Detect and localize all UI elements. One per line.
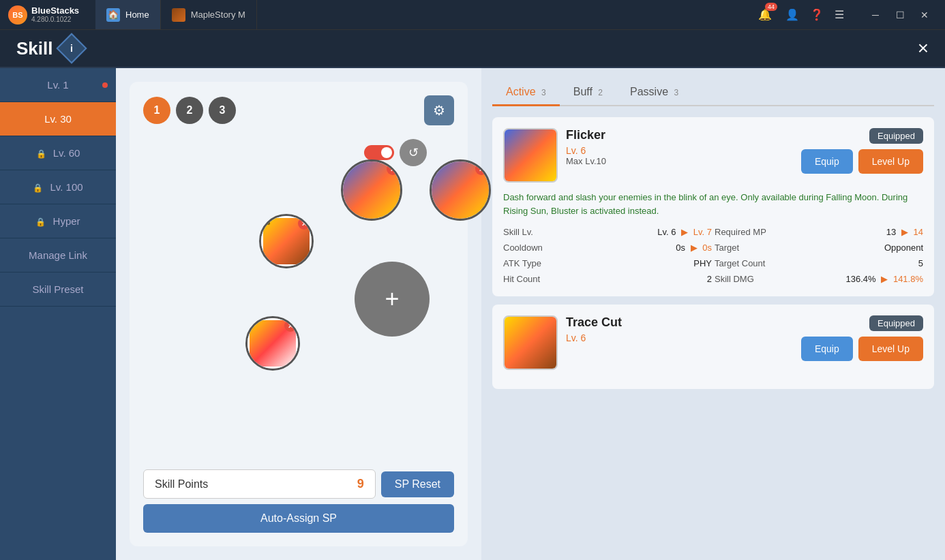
stat-required-mp: Required MP 13 ▶ 14 xyxy=(715,225,923,238)
tab-passive[interactable]: Passive 3 xyxy=(616,79,692,105)
flicker-max-lv: Max Lv.10 xyxy=(566,156,793,166)
skill-slot-3[interactable]: ✕ P xyxy=(259,214,314,268)
tab-maplestory[interactable]: MapleStory M xyxy=(161,0,257,29)
tab-home[interactable]: 🏠 Home xyxy=(95,0,161,29)
settings-button[interactable]: ⚙ xyxy=(424,95,454,125)
logo-icon: BS xyxy=(8,5,27,25)
orb-2[interactable]: 2 xyxy=(176,97,203,124)
trace-cut-icon xyxy=(503,315,558,370)
lock-icon-lv100: 🔒 xyxy=(33,183,43,193)
sp-value: 9 xyxy=(357,477,364,491)
toggle-knob xyxy=(381,147,392,158)
sidebar-dot-lv1 xyxy=(102,82,108,88)
skill-tabs: Active 3 Buff 2 Passive 3 xyxy=(492,79,934,106)
sidebar-item-manage-link[interactable]: Manage Link xyxy=(0,238,116,273)
skill-panel: 1 2 3 ⚙ ↺ ✕ xyxy=(116,68,481,560)
remove-btn-4[interactable]: ✕ xyxy=(284,320,297,332)
trace-cut-equipped-badge: Equipped xyxy=(869,315,923,331)
skill-slot-1[interactable]: ✕ xyxy=(341,159,402,221)
stat-skill-dmg: Skill DMG 136.4% ▶ 141.8% xyxy=(715,273,923,285)
stat-skill-lv: Skill Lv. Lv. 6 ▶ Lv. 7 xyxy=(503,225,712,238)
sidebar-item-lv30[interactable]: Lv. 30 xyxy=(0,102,116,136)
home-icon: 🏠 xyxy=(106,8,120,22)
auto-assign-button[interactable]: Auto-Assign SP xyxy=(143,504,454,533)
skill-header-flicker: Flicker Lv. 6 Max Lv.10 Equipped Equip L… xyxy=(503,128,923,183)
sidebar-item-lv100[interactable]: 🔒 Lv. 100 xyxy=(0,170,116,204)
menu-icon[interactable]: ☰ xyxy=(835,8,844,21)
toggle-switch[interactable] xyxy=(364,145,394,160)
lock-icon-lv60: 🔒 xyxy=(36,149,46,159)
sidebar-item-lv60[interactable]: 🔒 Lv. 60 xyxy=(0,136,116,170)
flicker-desc: Dash forward and slash your enemies in t… xyxy=(503,191,923,217)
lock-icon-hyper: 🔒 xyxy=(35,217,46,227)
skill-bottom: Skill Points 9 SP Reset Auto-Assign SP xyxy=(143,469,454,533)
remove-btn-1[interactable]: ✕ xyxy=(387,163,399,175)
restore-button[interactable]: ☐ xyxy=(890,5,910,25)
orb-1[interactable]: 1 xyxy=(143,97,170,124)
flicker-levelup-button[interactable]: Level Up xyxy=(858,149,923,174)
tab-buff[interactable]: Buff 2 xyxy=(560,79,616,105)
remove-btn-3[interactable]: ✕ xyxy=(298,217,310,230)
flicker-level: Lv. 6 xyxy=(566,145,793,156)
main-content: Lv. 1 Lv. 30 🔒 Lv. 60 🔒 Lv. 100 🔒 Hyper … xyxy=(0,68,945,560)
sp-label: Skill Points 9 xyxy=(143,469,376,499)
remove-btn-2[interactable]: ✕ xyxy=(475,163,487,175)
close-button[interactable]: ✕ xyxy=(915,5,934,25)
tab-active[interactable]: Active 3 xyxy=(492,79,560,105)
stat-target-count: Target Count 5 xyxy=(715,257,923,270)
close-skill-button[interactable]: × xyxy=(918,37,929,59)
add-skill-slot[interactable]: + xyxy=(355,262,430,337)
skill-card-trace-cut: Trace Cut Lv. 6 Equipped Equip Level Up xyxy=(492,305,934,389)
account-icon[interactable]: 👤 xyxy=(785,8,799,21)
orb-row: 1 2 3 ⚙ xyxy=(143,95,454,125)
skill-header-trace-cut: Trace Cut Lv. 6 Equipped Equip Level Up xyxy=(503,315,923,370)
right-panel: Active 3 Buff 2 Passive 3 Flicker Lv. 6 xyxy=(481,68,945,560)
trace-cut-levelup-button[interactable]: Level Up xyxy=(858,337,923,361)
skill-panel-inner: 1 2 3 ⚙ ↺ ✕ xyxy=(130,82,468,546)
sidebar-item-lv1[interactable]: Lv. 1 xyxy=(0,68,116,102)
sp-reset-button[interactable]: SP Reset xyxy=(381,471,454,497)
logo-text: BlueStacks 4.280.0.1022 xyxy=(31,5,79,25)
flicker-equipped-badge: Equipped xyxy=(869,128,923,144)
notification-button[interactable]: 🔔 44 xyxy=(755,5,775,25)
skill-card-flicker: Flicker Lv. 6 Max Lv.10 Equipped Equip L… xyxy=(492,117,934,296)
skill-slot-4[interactable]: ✕ xyxy=(245,316,300,371)
notif-badge: 44 xyxy=(765,3,777,11)
trace-cut-name: Trace Cut xyxy=(566,315,793,330)
sp-row: Skill Points 9 SP Reset xyxy=(143,469,454,499)
refresh-button[interactable]: ↺ xyxy=(400,139,427,166)
flicker-info: Flicker Lv. 6 Max Lv.10 xyxy=(566,128,793,166)
app-title: Skill i xyxy=(16,37,82,59)
flicker-name: Flicker xyxy=(566,128,793,142)
app-bar: Skill i × xyxy=(0,30,945,68)
flicker-equip-button[interactable]: Equip xyxy=(801,149,853,174)
skill-slots: ↺ ✕ ✕ ✕ P xyxy=(143,139,454,398)
help-icon[interactable]: ❓ xyxy=(810,8,824,21)
info-button[interactable]: i xyxy=(57,33,87,63)
top-bar: BS BlueStacks 4.280.0.1022 🏠 Home MapleS… xyxy=(0,0,945,30)
stat-target: Target Opponent xyxy=(715,241,923,254)
stat-hit-count: Hit Count 2 xyxy=(503,273,712,285)
sidebar-item-skill-preset[interactable]: Skill Preset xyxy=(0,273,116,307)
orb-3[interactable]: 3 xyxy=(209,97,236,124)
trace-cut-equip-button[interactable]: Equip xyxy=(801,337,853,361)
stat-cooldown: Cooldown 0s ▶ 0s xyxy=(503,241,712,254)
bluestacks-logo: BS BlueStacks 4.280.0.1022 xyxy=(0,5,95,25)
trace-cut-actions: Equipped Equip Level Up xyxy=(801,315,923,361)
stat-atk-type: ATK Type PHY xyxy=(503,257,712,270)
sidebar-item-hyper[interactable]: 🔒 Hyper xyxy=(0,204,116,238)
sidebar: Lv. 1 Lv. 30 🔒 Lv. 60 🔒 Lv. 100 🔒 Hyper … xyxy=(0,68,116,560)
trace-cut-info: Trace Cut Lv. 6 xyxy=(566,315,793,343)
flicker-icon xyxy=(503,128,558,183)
flicker-stats: Skill Lv. Lv. 6 ▶ Lv. 7 Required MP 13 ▶… xyxy=(503,225,923,285)
skill-slot-2[interactable]: ✕ xyxy=(430,159,491,221)
trace-cut-level: Lv. 6 xyxy=(566,332,793,343)
flicker-actions: Equipped Equip Level Up xyxy=(801,128,923,174)
minimize-button[interactable]: ─ xyxy=(866,5,885,25)
top-bar-actions: 🔔 44 👤 ❓ ☰ ─ ☐ ✕ xyxy=(745,5,945,25)
window-controls: ─ ☐ ✕ xyxy=(855,5,934,25)
maplestory-icon xyxy=(172,8,185,22)
